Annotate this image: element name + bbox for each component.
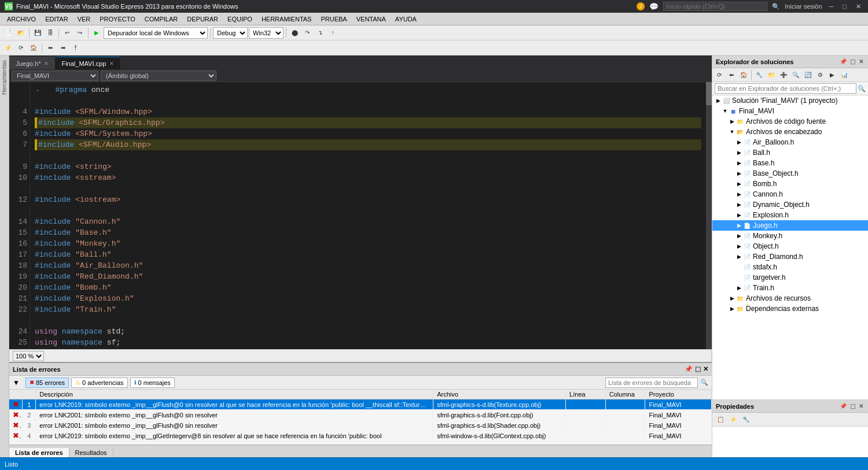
tree-file-bomb[interactable]: ▶ 📄 Bomb.h — [712, 179, 868, 189]
code-content[interactable]: - #pragma once #include <SFML/Window.hpp… — [30, 82, 706, 349]
save-all-btn[interactable]: 🗄 — [45, 27, 56, 39]
se-tb10[interactable]: ▶ — [826, 69, 838, 81]
start-btn[interactable]: ▶ — [91, 27, 102, 39]
col-num[interactable] — [23, 390, 36, 399]
error-table[interactable]: Descripción Archivo Línea Columna Proyec… — [9, 390, 712, 445]
se-tb9[interactable]: ⚙ — [814, 69, 826, 81]
minimize-button[interactable]: ─ — [827, 3, 836, 10]
menu-proyecto[interactable]: PROYECTO — [95, 14, 140, 24]
error-panel-close[interactable]: ✕ — [703, 365, 708, 373]
tree-file-juego[interactable]: ▶ 📄 Juego.h — [712, 220, 868, 231]
new-btn[interactable]: 📄 — [2, 27, 14, 39]
menu-depurar[interactable]: DEPURAR — [182, 14, 223, 24]
open-btn[interactable]: 📂 — [15, 27, 27, 39]
col-description[interactable]: Descripción — [36, 390, 433, 399]
tab-final-mavi-cpp[interactable]: Final_MAVI.cpp ✕ — [55, 57, 120, 69]
tree-file-cannon[interactable]: ▶ 📄 Cannon.h — [712, 189, 868, 199]
tree-project[interactable]: ▼ ◼ Final_MAVI — [712, 106, 868, 116]
col-icon[interactable] — [9, 390, 23, 399]
tree-file-targetver[interactable]: 📄 targetver.h — [712, 272, 868, 283]
se-tb3[interactable]: 🏠 — [738, 69, 749, 81]
tree-file-ball[interactable]: ▶ 📄 Ball.h — [712, 147, 868, 158]
error-filter-btn-errors[interactable]: ✖ 85 errores — [25, 378, 69, 388]
maximize-button[interactable]: □ — [840, 3, 849, 10]
error-filter-btn-messages[interactable]: ℹ 0 mensajes — [130, 378, 175, 388]
tree-file-red-diamond[interactable]: ▶ 📄 Red_Diamond.h — [712, 251, 868, 262]
t2-btn1[interactable]: ⚡ — [2, 42, 14, 54]
menu-compilar[interactable]: COMPILAR — [140, 14, 182, 24]
error-row-1[interactable]: ✖ 1 error LNK2019: símbolo externo _imp_… — [9, 399, 712, 410]
tree-file-air-balloon[interactable]: ▶ 📄 Air_Balloon.h — [712, 137, 868, 147]
toolbox-tab[interactable]: Herramientas — [1, 60, 8, 95]
col-column[interactable]: Columna — [605, 390, 645, 399]
tab-juego-h[interactable]: Juego.h* ✕ — [9, 57, 55, 69]
filter-toggle[interactable]: ▼ — [13, 379, 20, 387]
tree-file-explosion[interactable]: ▶ 📄 Explosion.h — [712, 210, 868, 220]
quick-search-input[interactable] — [663, 2, 767, 11]
se-tb4[interactable]: 🔧 — [753, 69, 765, 81]
step-over-btn[interactable]: ↷ — [301, 27, 313, 39]
global-scope-select[interactable]: (Ámbito global) — [101, 71, 216, 81]
bottom-tab-error-list[interactable]: Lista de errores — [9, 448, 69, 457]
se-pin-btn[interactable]: 📌 — [838, 58, 848, 65]
save-btn[interactable]: 💾 — [32, 27, 43, 39]
prop-btn1[interactable]: 📋 — [715, 414, 726, 425]
bottom-tab-results[interactable]: Resultados — [69, 448, 113, 457]
tree-file-object[interactable]: ▶ 📄 Object.h — [712, 241, 868, 251]
step-in-btn[interactable]: ↴ — [314, 27, 326, 39]
menu-prueba[interactable]: PRUEBA — [316, 14, 351, 24]
error-filter-btn-warnings[interactable]: ⚠ 0 advertencias — [71, 378, 128, 388]
se-tb2[interactable]: ⬅ — [726, 69, 737, 81]
menu-archivo[interactable]: ARCHIVO — [2, 14, 41, 24]
zoom-select[interactable]: 100 % — [13, 351, 44, 361]
error-panel-float[interactable]: ⬚ — [695, 365, 701, 373]
menu-equipo[interactable]: EQUIPO — [223, 14, 257, 24]
t2-btn6[interactable]: ⭱ — [70, 42, 82, 54]
se-close-btn[interactable]: ✕ — [858, 58, 865, 65]
tab-juego-h-close[interactable]: ✕ — [44, 61, 49, 66]
tree-folder-external[interactable]: ▶ 📁 Dependencias externas — [712, 304, 868, 314]
sign-in-link[interactable]: Iniciar sesión — [785, 3, 822, 10]
col-project[interactable]: Proyecto — [645, 390, 712, 399]
project-scope-select[interactable]: Final_MAVI — [12, 71, 98, 81]
redo-btn[interactable]: ↪ — [74, 27, 86, 39]
se-tb8[interactable]: 🔄 — [802, 69, 814, 81]
config-select[interactable]: Debug — [213, 27, 248, 39]
menu-editar[interactable]: EDITAR — [41, 14, 73, 24]
tree-file-train[interactable]: ▶ 📄 Train.h — [712, 283, 868, 293]
menu-ventana[interactable]: VENTANA — [352, 14, 391, 24]
t2-btn4[interactable]: ⬅ — [45, 42, 56, 54]
tree-folder-header[interactable]: ▼ 📂 Archivos de encabezado — [712, 127, 868, 137]
tree-folder-resources[interactable]: ▶ 📁 Archivos de recursos — [712, 293, 868, 304]
error-panel-pin[interactable]: 📌 — [685, 365, 693, 373]
prop-float-btn[interactable]: ⬚ — [849, 403, 856, 409]
se-tb11[interactable]: 📊 — [838, 69, 850, 81]
platform-select[interactable]: Win32 — [249, 27, 284, 39]
se-float-btn[interactable]: ⬚ — [849, 58, 856, 65]
prop-btn3[interactable]: 🔧 — [740, 414, 752, 425]
error-search-input[interactable] — [605, 378, 698, 388]
col-line[interactable]: Línea — [566, 390, 606, 399]
tree-file-monkey[interactable]: ▶ 📄 Monkey.h — [712, 231, 868, 241]
col-file[interactable]: Archivo — [433, 390, 566, 399]
t2-btn3[interactable]: 🏠 — [28, 42, 39, 54]
solution-search-input[interactable] — [715, 83, 856, 94]
t2-btn5[interactable]: ➡ — [57, 42, 69, 54]
menu-ver[interactable]: VER — [73, 14, 95, 24]
tree-file-base-object[interactable]: ▶ 📄 Base_Object.h — [712, 168, 868, 179]
se-tb7[interactable]: 🔍 — [790, 69, 801, 81]
step-out-btn[interactable]: ↑ — [327, 27, 339, 39]
prop-close-btn[interactable]: ✕ — [858, 403, 865, 409]
t2-btn2[interactable]: ⟳ — [15, 42, 27, 54]
se-tb5[interactable]: 📁 — [766, 69, 777, 81]
debugger-select[interactable]: Depurador local de Windows — [104, 27, 208, 39]
undo-btn[interactable]: ↩ — [61, 27, 73, 39]
se-tb6[interactable]: ➕ — [778, 69, 789, 81]
breakpoint-btn[interactable]: ⬤ — [289, 27, 300, 39]
tree-folder-src[interactable]: ▶ 📁 Archivos de código fuente — [712, 116, 868, 127]
error-row-4[interactable]: ✖ 4 error LNK2019: símbolo externo _imp_… — [9, 431, 712, 441]
error-row-2[interactable]: ✖ 2 error LNK2001: símbolo externo _imp_… — [9, 410, 712, 420]
tree-solution-root[interactable]: ▶ ⬜ Solución 'Final_MAVI' (1 proyecto) — [712, 95, 868, 106]
se-tb1[interactable]: ⟳ — [713, 69, 725, 81]
prop-btn2[interactable]: ⚡ — [727, 414, 739, 425]
